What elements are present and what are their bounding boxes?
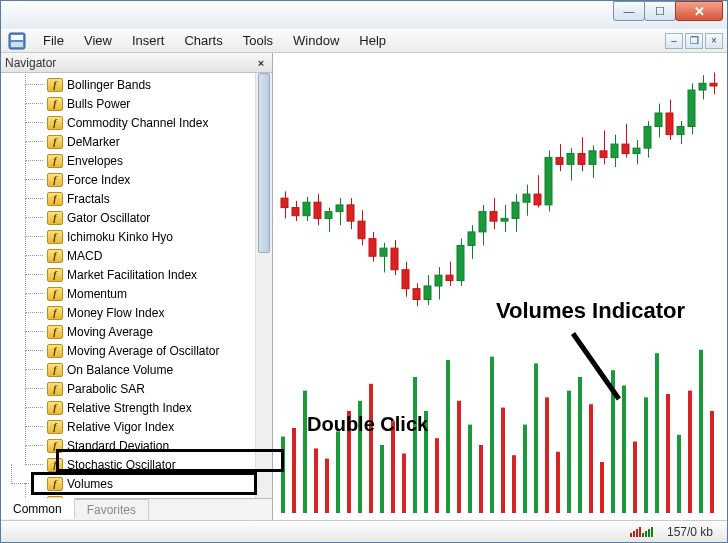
svg-rect-26 [402,270,409,289]
svg-rect-36 [457,245,464,280]
svg-rect-60 [589,151,596,165]
close-button[interactable]: ✕ [675,1,723,21]
indicator-icon: f [47,192,63,206]
indicator-icon: f [47,268,63,282]
indicator-icon: f [47,135,63,149]
indicator-icon: f [47,477,63,491]
menu-help[interactable]: Help [349,30,396,51]
indicator-icon: f [47,306,63,320]
minimize-button[interactable]: — [613,1,645,21]
indicator-icon: f [47,420,63,434]
indicator-item[interactable]: fRelative Vigor Index [47,417,255,436]
indicator-label: Parabolic SAR [67,382,145,396]
indicator-label: Money Flow Index [67,306,164,320]
svg-rect-54 [556,158,563,165]
statusbar: 157/0 kb [1,520,727,542]
menu-file[interactable]: File [33,30,74,51]
indicator-item[interactable]: fVolumes [33,474,255,493]
svg-rect-117 [655,353,659,513]
svg-rect-78 [688,90,695,126]
tab-common[interactable]: Common [1,498,75,519]
svg-rect-4 [281,198,288,207]
navigator-panel: Navigator × fBollinger BandsfBulls Power… [1,53,273,520]
svg-rect-116 [644,397,648,513]
mdi-restore-button[interactable]: ❐ [685,33,703,49]
svg-rect-28 [413,289,420,300]
svg-rect-16 [347,205,354,221]
indicator-item[interactable]: fBollinger Bands [47,75,255,94]
svg-rect-56 [567,154,574,165]
menu-insert[interactable]: Insert [122,30,175,51]
svg-rect-32 [435,275,442,286]
indicator-item[interactable]: fParabolic SAR [47,379,255,398]
svg-rect-38 [468,232,475,246]
indicator-label: Market Facilitation Index [67,268,197,282]
svg-rect-72 [655,113,662,127]
main-area: Navigator × fBollinger BandsfBulls Power… [1,53,727,520]
indicator-label: Relative Vigor Index [67,420,174,434]
svg-rect-2 [11,42,23,47]
indicator-label: Ichimoku Kinko Hyo [67,230,173,244]
svg-rect-80 [699,83,706,90]
indicator-icon: f [47,287,63,301]
navigator-tree: fBollinger BandsfBulls PowerfCommodity C… [1,73,272,498]
indicator-item[interactable]: fEnvelopes [47,151,255,170]
indicator-item[interactable]: fGator Oscillator [47,208,255,227]
navigator-tabs: Common Favorites [1,498,272,520]
indicator-label: Bulls Power [67,97,130,111]
maximize-button[interactable]: ☐ [644,1,676,21]
indicator-icon: f [47,382,63,396]
indicator-item[interactable]: fMoving Average of Oscillator [47,341,255,360]
mdi-minimize-button[interactable]: – [665,33,683,49]
indicator-icon: f [47,154,63,168]
indicator-item[interactable]: fDeMarker [47,132,255,151]
scrollbar-thumb[interactable] [258,73,270,253]
indicator-icon: f [47,78,63,92]
svg-rect-110 [578,377,582,513]
indicator-label: Force Index [67,173,130,187]
indicator-item[interactable]: fForce Index [47,170,255,189]
svg-rect-103 [501,408,505,513]
indicator-label: Williams' Percent Range [67,496,197,499]
indicator-label: Commodity Channel Index [67,116,208,130]
menu-charts[interactable]: Charts [174,30,232,51]
indicator-item[interactable]: fCommodity Channel Index [47,113,255,132]
navigator-scrollbar[interactable] [255,73,272,498]
indicator-item[interactable]: fMomentum [47,284,255,303]
indicator-item[interactable]: fFractals [47,189,255,208]
indicator-icon: f [47,249,63,263]
indicator-item[interactable]: fWilliams' Percent Range [47,493,255,498]
indicator-item[interactable]: fBulls Power [47,94,255,113]
app-icon [7,31,27,51]
tab-favorites[interactable]: Favorites [75,499,149,520]
indicator-item[interactable]: fMarket Facilitation Index [47,265,255,284]
indicator-item[interactable]: fOn Balance Volume [47,360,255,379]
svg-rect-62 [600,151,607,158]
connection-icon [630,527,653,537]
svg-rect-30 [424,286,431,300]
chart-area[interactable]: Volumes Indicator Double Click [273,53,727,520]
indicator-label: Volumes [67,477,113,491]
svg-rect-52 [545,158,552,205]
menu-tools[interactable]: Tools [233,30,283,51]
svg-rect-34 [446,275,453,280]
navigator-close-icon[interactable]: × [254,56,268,70]
svg-rect-108 [556,452,560,513]
menubar: FileViewInsertChartsToolsWindowHelp – ❐ … [1,29,727,53]
indicator-label: Momentum [67,287,127,301]
indicator-item[interactable]: fIchimoku Kinko Hyo [47,227,255,246]
mdi-close-button[interactable]: × [705,33,723,49]
indicator-item[interactable]: fStochastic Oscillator [47,455,255,474]
menu-view[interactable]: View [74,30,122,51]
svg-rect-98 [446,360,450,513]
indicator-item[interactable]: fMoney Flow Index [47,303,255,322]
indicator-item[interactable]: fRelative Strength Index [47,398,255,417]
svg-rect-46 [512,202,519,218]
navigator-title: Navigator [5,56,56,70]
svg-rect-111 [589,404,593,513]
svg-rect-91 [369,384,373,513]
indicator-item[interactable]: fMACD [47,246,255,265]
menu-window[interactable]: Window [283,30,349,51]
indicator-item[interactable]: fMoving Average [47,322,255,341]
indicator-item[interactable]: fStandard Deviation [47,436,255,455]
